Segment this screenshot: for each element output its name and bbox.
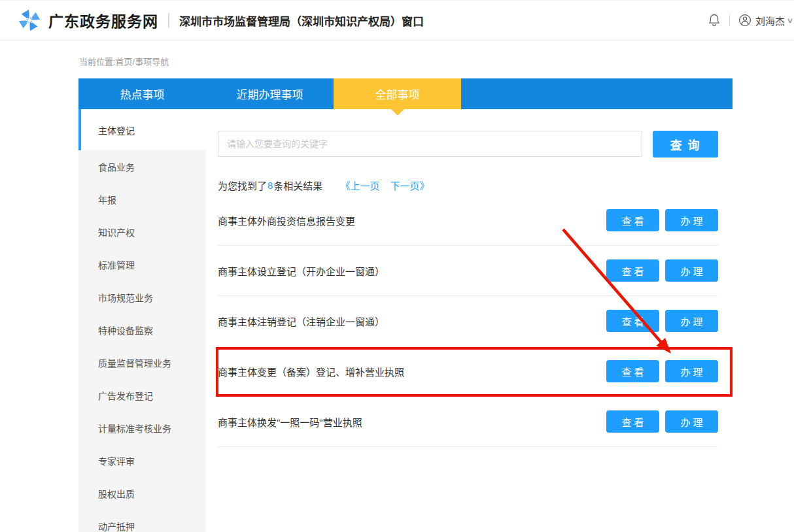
sidebar-item-label: 特种设备监察 [98, 324, 153, 337]
breadcrumb: 当前位置:首页/事项导航 [79, 55, 169, 67]
user-name: 刘海杰 [755, 14, 785, 27]
summary-suffix: 条相关结果 [273, 178, 322, 192]
site-name: 广东政务服务网 [48, 9, 158, 31]
result-title: 商事主体设立登记（开办企业一窗通） [218, 264, 385, 278]
bell-icon [708, 13, 721, 27]
result-row: 商事主体注销登记（注销企业一窗通） 查 看 办 理 [218, 296, 718, 346]
user-circle-icon [738, 14, 751, 27]
user-menu[interactable]: 刘海杰 ∨ [738, 14, 793, 27]
row-actions: 查 看 办 理 [606, 360, 718, 382]
sidebar-item-label: 股权出质 [98, 487, 135, 500]
logo-pinwheel-icon [17, 8, 42, 33]
sidebar-item-subject-registration[interactable]: 主体登记 [78, 109, 206, 150]
site-logo[interactable]: 广东政务服务网 [17, 8, 158, 33]
prev-page-link[interactable]: 《上一页 [340, 178, 379, 192]
sidebar-item-label: 知识产权 [98, 225, 135, 239]
row-actions: 查 看 办 理 [606, 259, 718, 282]
window-title: 深圳市市场监督管理局（深圳市知识产权局）窗口 [179, 12, 424, 29]
sidebar-item-label: 计量标准考核业务 [98, 422, 171, 435]
notification-button[interactable] [708, 13, 721, 27]
view-button[interactable]: 查 看 [606, 209, 659, 231]
result-title: 商事主体变更（备案）登记、增补营业执照 [218, 365, 404, 378]
sidebar-item-label: 主体登记 [98, 124, 135, 137]
sidebar-item-food-business[interactable]: 食品业务 [78, 150, 206, 183]
main-content: 查 询 为您找到了8条相关结果 《上一页 下一页》 商事主体外商投资信息报告变更… [218, 109, 718, 447]
search-row: 查 询 [218, 131, 718, 158]
row-actions: 查 看 办 理 [606, 410, 718, 433]
tab-label: 热点事项 [120, 86, 165, 102]
row-actions: 查 看 办 理 [606, 209, 718, 231]
sidebar-item-label: 质量监督管理业务 [98, 356, 171, 369]
result-row-highlighted: 商事主体变更（备案）登记、增补营业执照 查 看 办 理 [218, 346, 718, 397]
handle-button[interactable]: 办 理 [665, 410, 718, 433]
sidebar-item-label: 广告发布登记 [98, 389, 153, 402]
sidebar-item-intellectual-property[interactable]: 知识产权 [78, 216, 206, 248]
result-row: 商事主体换发"一照一码"营业执照 查 看 办 理 [218, 397, 718, 447]
tab-label: 近期办理事项 [237, 86, 303, 102]
handle-button[interactable]: 办 理 [665, 360, 718, 382]
tab-label: 全部事项 [375, 86, 420, 102]
handle-button[interactable]: 办 理 [665, 310, 718, 332]
sidebar-item-chattel-mortgage[interactable]: 动产抵押 [78, 510, 206, 532]
view-button[interactable]: 查 看 [606, 310, 659, 332]
header-right: 刘海杰 ∨ [708, 13, 793, 27]
site-header: 广东政务服务网 深圳市市场监督管理局（深圳市知识产权局）窗口 刘海杰 ∨ [0, 0, 794, 41]
summary-prefix: 为您找到了 [218, 178, 267, 192]
category-sidebar: 主体登记 食品业务 年报 知识产权 标准管理 市场规范业务 特种设备监察 质量监… [78, 109, 206, 532]
sidebar-item-label: 年报 [98, 193, 116, 206]
sidebar-item-expert-review[interactable]: 专家评审 [78, 444, 206, 477]
result-row: 商事主体设立登记（开办企业一窗通） 查 看 办 理 [218, 246, 718, 296]
results-count: 8 [268, 180, 273, 191]
result-row: 商事主体外商投资信息报告变更 查 看 办 理 [218, 195, 718, 246]
view-button[interactable]: 查 看 [606, 360, 659, 382]
sidebar-item-metrology-assessment[interactable]: 计量标准考核业务 [78, 412, 206, 444]
result-title: 商事主体换发"一照一码"营业执照 [218, 415, 362, 429]
results-summary: 为您找到了8条相关结果 《上一页 下一页》 [218, 178, 718, 192]
next-page-link[interactable]: 下一页》 [390, 178, 429, 192]
search-input[interactable] [218, 131, 642, 157]
handle-button[interactable]: 办 理 [665, 259, 718, 282]
tab-all-items[interactable]: 全部事项 [334, 78, 461, 109]
handle-button[interactable]: 办 理 [665, 209, 718, 231]
sidebar-item-quality-supervision[interactable]: 质量监督管理业务 [78, 346, 206, 379]
tab-recent-items[interactable]: 近期办理事项 [206, 78, 334, 109]
view-button[interactable]: 查 看 [606, 410, 659, 433]
sidebar-item-special-equipment[interactable]: 特种设备监察 [78, 314, 206, 346]
row-actions: 查 看 办 理 [606, 310, 718, 332]
sidebar-item-label: 食品业务 [98, 160, 135, 173]
sidebar-item-equity-pledge[interactable]: 股权出质 [78, 477, 206, 510]
sidebar-item-market-regulation[interactable]: 市场规范业务 [78, 281, 206, 314]
results-list: 商事主体外商投资信息报告变更 查 看 办 理 商事主体设立登记（开办企业一窗通）… [218, 195, 718, 447]
header-divider [168, 13, 169, 27]
sidebar-item-annual-report[interactable]: 年报 [78, 183, 206, 216]
result-title: 商事主体注销登记（注销企业一窗通） [218, 314, 385, 328]
sidebar-item-label: 动产抵押 [98, 520, 135, 532]
sidebar-item-label: 市场规范业务 [98, 291, 153, 304]
search-button[interactable]: 查 询 [653, 131, 718, 158]
result-title: 商事主体外商投资信息报告变更 [218, 214, 355, 227]
sidebar-item-ad-publishing[interactable]: 广告发布登记 [78, 379, 206, 412]
tab-bar: 热点事项 近期办理事项 全部事项 [78, 78, 733, 109]
view-button[interactable]: 查 看 [606, 259, 659, 282]
header-divider-2 [729, 14, 730, 26]
sidebar-item-label: 标准管理 [98, 258, 135, 271]
sidebar-item-label: 专家评审 [98, 454, 135, 467]
tab-hot-items[interactable]: 热点事项 [78, 78, 206, 109]
sidebar-item-standard-management[interactable]: 标准管理 [78, 248, 206, 281]
chevron-down-icon: ∨ [787, 16, 793, 25]
